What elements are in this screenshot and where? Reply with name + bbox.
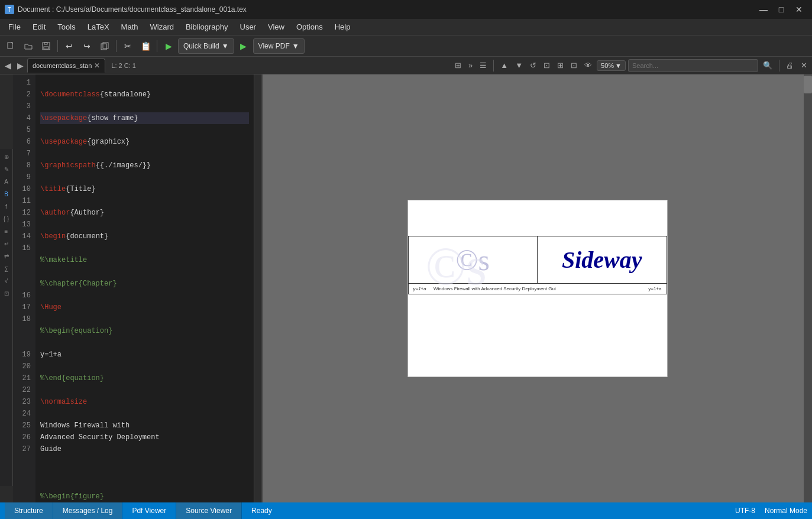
panel-icon-4[interactable]: B [1,189,12,199]
refresh-button[interactable]: ↺ [528,60,539,71]
line-numbers: 1 2 3 4 5 6 7 8 9 10 11 12 13 14 15 16 1… [13,74,35,502]
panel-icon-7[interactable]: ≡ [1,226,12,236]
open-file-button[interactable] [20,38,37,54]
line-12: y=1+a [40,349,249,361]
panel-icon-8[interactable]: ↵ [1,238,12,249]
status-ready: Ready [242,507,282,515]
panel-icon-2[interactable]: ✎ [1,164,12,174]
menu-math[interactable]: Math [115,20,144,34]
compile-button[interactable]: ▶ [160,38,177,54]
svg-rect-0 [8,43,12,48]
paste-button[interactable]: 📋 [137,38,154,54]
tab-nav-left[interactable]: ◀ [2,60,14,72]
zoom-value: 50% [601,62,614,69]
line-1: \documentclass{standalone} [40,89,249,100]
tabbar: ◀ ▶ documentclass_stan ✕ L: 2 C: 1 ⊞ » ☰… [0,57,812,74]
line-14: \normalsize [40,396,249,408]
view-pdf-dropdown[interactable]: View PDF ▼ [253,38,305,54]
editor-container[interactable]: 1 2 3 4 5 6 7 8 9 10 11 12 13 14 15 16 1… [13,74,254,502]
save-file-button[interactable] [38,38,54,54]
tab-more-button[interactable]: » [466,60,475,71]
undo-button[interactable]: ↩ [61,38,77,54]
mode-label: Normal Mode [765,507,807,515]
menu-help[interactable]: Help [329,20,357,34]
copy-button[interactable] [96,38,113,54]
fit-button[interactable]: ⊡ [541,60,552,71]
new-file-button[interactable] [2,38,19,54]
quick-build-arrow: ▼ [222,42,229,50]
table-cell-logo-right: Sideway [538,236,667,284]
panel-icon-11[interactable]: √ [1,275,12,286]
titlebar-left: T Document : C:/Users/a/Documents/docume… [5,5,247,14]
main-area: ⊕ ✎ A B f { } ≡ ↵ ⇄ ∑ √ ⊡ 1 2 3 4 5 6 7 … [0,74,812,502]
run-button[interactable]: ▶ [235,38,252,54]
panel-icon-12[interactable]: ⊡ [1,288,12,299]
titlebar: T Document : C:/Users/a/Documents/docume… [0,0,812,19]
panel-icon-10[interactable]: ∑ [1,263,12,274]
titlebar-title: Document : C:/Users/a/Documents/document… [18,5,247,14]
status-tab-sourceviewer[interactable]: Source Viewer [176,502,242,519]
zoom-arrow: ▼ [615,62,622,69]
pdf-scrollbar[interactable] [804,74,812,502]
line-13: %\end{equation} [40,372,249,384]
line-17: %\begin{figure} [40,491,249,502]
tab-position: L: 2 C: 1 [111,62,136,69]
menu-file[interactable]: File [2,20,27,34]
search-button[interactable]: 🔍 [761,60,775,71]
line-8: %\maketitle [40,254,249,266]
toolbar: ↩ ↪ ✂ 📋 ▶ Quick Build ▼ ▶ View PDF ▼ [0,35,812,57]
editor-content[interactable]: \documentclass{standalone} \usepackage{s… [35,74,254,502]
view-pdf-label: View PDF [258,42,290,50]
redo-button[interactable]: ↪ [79,38,95,54]
tab-structure-button[interactable]: ☰ [477,60,489,71]
menu-options[interactable]: Options [290,20,329,34]
menu-user[interactable]: User [234,20,262,34]
pdf-scrollthumb[interactable] [804,76,812,93]
status-tab-pdfviewer[interactable]: Pdf Viewer [122,502,176,519]
left-panel-icons: ⊕ ✎ A B f { } ≡ ↵ ⇄ ∑ √ ⊡ [0,149,13,486]
tabbar-sep [493,60,494,72]
maximize-button[interactable]: □ [773,1,790,18]
menu-latex[interactable]: LaTeX [82,20,115,34]
eye-button[interactable]: 👁 [582,60,594,71]
search-sep [779,60,779,72]
status-tab-messages[interactable]: Messages / Log [53,502,123,519]
quick-build-dropdown[interactable]: Quick Build ▼ [178,38,234,54]
status-tab-structure[interactable]: Structure [5,502,53,519]
search-input[interactable] [628,59,758,72]
titlebar-controls[interactable]: — □ ✕ [755,1,807,18]
line-10: \Huge [40,301,249,313]
close-button[interactable]: ✕ [791,1,807,18]
menubar: File Edit Tools LaTeX Math Wizard Biblio… [0,19,812,35]
quick-build-label: Quick Build [183,42,219,50]
menu-tools[interactable]: Tools [51,20,81,34]
view-pdf-arrow: ▼ [292,42,299,50]
print-button[interactable]: 🖨 [784,60,796,71]
minimize-button[interactable]: — [755,1,772,18]
active-tab[interactable]: documentclass_stan ✕ [27,59,105,73]
menu-view[interactable]: View [262,20,290,34]
toolbar-sep-1 [57,40,58,52]
navigate-down-button[interactable]: ▼ [513,60,525,71]
toolbar-sep-2 [116,40,117,52]
menu-edit[interactable]: Edit [27,20,51,34]
tab-bookmark-button[interactable]: ⊞ [452,60,464,71]
tab-nav-right[interactable]: ▶ [15,60,26,72]
navigate-up-button[interactable]: ▲ [498,60,510,71]
panel-icon-9[interactable]: ⇄ [1,251,12,261]
panel-icon-6[interactable]: { } [1,213,12,224]
settings-button[interactable]: ✕ [798,60,810,71]
panel-icon-1[interactable]: ⊕ [1,151,12,162]
menu-bibliography[interactable]: Bibliography [180,20,234,34]
zoom-control[interactable]: 50% ▼ [597,60,626,71]
pdf-preview[interactable]: ©s ©s Sideway y=1+a Windows Firewall wit… [263,74,812,502]
cut-button[interactable]: ✂ [119,38,136,54]
line-5: \title{Title} [40,183,249,195]
menu-wizard[interactable]: Wizard [144,20,180,34]
zoom-out-button[interactable]: ⊡ [568,60,580,71]
toggle-button[interactable]: ⊞ [555,60,566,71]
panel-icon-5[interactable]: f [1,201,12,212]
tab-label: documentclass_stan [33,62,92,69]
tab-close-button[interactable]: ✕ [94,61,100,70]
panel-icon-3[interactable]: A [1,176,12,187]
